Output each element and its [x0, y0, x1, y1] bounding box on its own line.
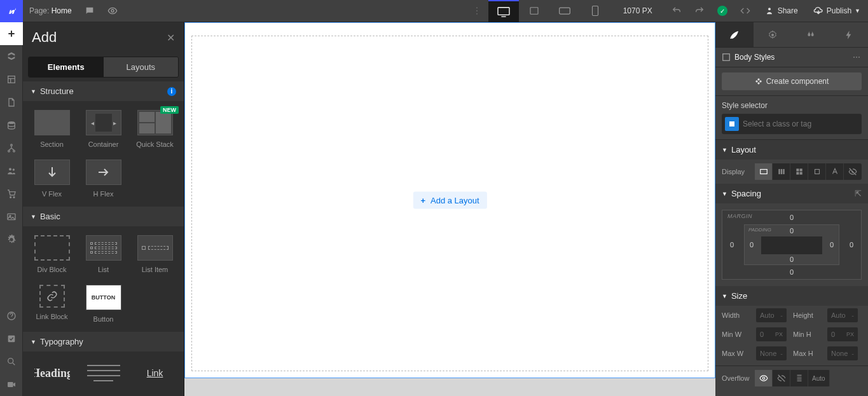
svg-rect-6 — [559, 8, 570, 14]
page-name: Home — [52, 6, 72, 15]
status-ok-icon[interactable]: ✓ — [711, 0, 734, 22]
svg-point-2 — [476, 10, 478, 11]
page-selector[interactable]: Page: Home — [23, 6, 78, 15]
share-label: Share — [778, 6, 798, 15]
svg-point-8 — [768, 8, 771, 10]
webflow-logo[interactable] — [0, 0, 23, 22]
svg-point-0 — [111, 10, 114, 12]
page-prefix: Page: — [29, 6, 49, 15]
svg-point-3 — [476, 13, 478, 15]
export-code-icon[interactable] — [734, 0, 757, 22]
svg-rect-4 — [498, 8, 509, 15]
breakpoint-mobile[interactable] — [580, 0, 610, 22]
redo-icon[interactable] — [688, 0, 711, 22]
publish-label: Publish — [827, 6, 851, 15]
share-button[interactable]: Share — [757, 0, 806, 22]
comments-icon[interactable] — [78, 0, 101, 22]
undo-icon[interactable] — [665, 0, 688, 22]
svg-point-1 — [476, 7, 478, 8]
publish-button[interactable]: Publish ▼ — [806, 0, 868, 22]
more-icon[interactable] — [465, 0, 488, 22]
svg-rect-7 — [592, 6, 598, 16]
canvas-width-label[interactable]: 1070 PX — [610, 6, 665, 15]
breakpoint-mobile-landscape[interactable] — [549, 0, 580, 22]
svg-rect-5 — [530, 8, 538, 15]
breakpoint-tablet[interactable] — [519, 0, 549, 22]
breakpoint-desktop[interactable] — [488, 0, 519, 22]
preview-icon[interactable] — [101, 0, 124, 22]
